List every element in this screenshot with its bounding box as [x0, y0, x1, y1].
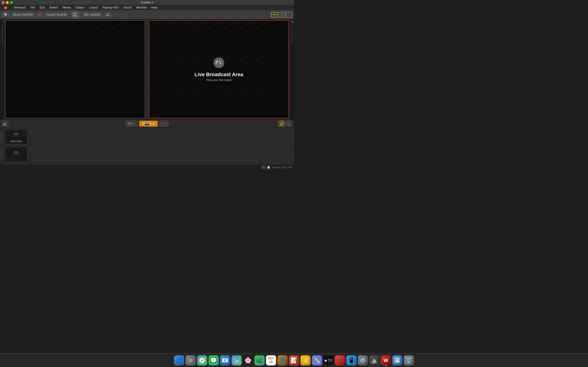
record-indicator[interactable]	[286, 12, 292, 17]
watermark-preview: macmj.com macmj.com macmj.com macmj.com …	[6, 21, 145, 118]
svg-rect-5	[14, 151, 18, 152]
preview-panels: macmj.com macmj.com macmj.com macmj.com …	[4, 19, 290, 119]
display-icon: 🖥️	[106, 13, 109, 16]
smooth-dropdown-arrow: ▼	[153, 123, 155, 125]
menu-window[interactable]: Window	[134, 5, 149, 10]
preview-area: +6 0 -6 -12 -18 -24 -30 -36 -42 -48 -54 …	[0, 19, 294, 119]
iso-label: ISO:	[84, 13, 89, 16]
close-button[interactable]	[2, 1, 5, 4]
volume-meter-left: +6 0 -6 -12 -18 -24 -30 -36 -42 -48 -54 …	[0, 19, 4, 119]
shot-layers: Clear Layer	[0, 128, 294, 165]
live-broadcast-subtitle: View your live output	[195, 78, 243, 82]
clear-layer-icon	[13, 131, 19, 139]
camera-icon: 📷	[145, 122, 149, 126]
live-speaker-icon: 🔊	[280, 122, 284, 125]
stream-timer: Stream: 00:00:00	[11, 12, 35, 17]
toolbar: 📡 Stream: 00:00:00 Record: 00:00:00 ISOR…	[0, 10, 294, 19]
speaker-icon: 🔈	[3, 122, 7, 125]
stream-time: 00:00:00	[23, 13, 33, 16]
layer-row-2	[0, 145, 294, 163]
status-icons: ☰ 📋	[261, 165, 271, 169]
menu-file[interactable]: File	[28, 5, 37, 10]
stream-indicator[interactable]	[278, 12, 285, 17]
go-button[interactable]: →	[159, 121, 169, 127]
menu-switch[interactable]: Switch	[48, 5, 60, 10]
preview-audio-button[interactable]: 🔈	[2, 121, 8, 127]
collapse-btn-right[interactable]: ≫	[291, 20, 294, 23]
svg-rect-3	[14, 134, 18, 135]
layer-handle-2[interactable]	[1, 151, 4, 157]
ind-dot-3	[281, 14, 282, 15]
status-icon-1: ☰	[261, 165, 266, 169]
display-button[interactable]: 🖥️	[104, 12, 111, 17]
layer-row-1: Clear Layer	[0, 128, 294, 145]
go-dot	[165, 123, 167, 125]
headphone-icon: 🎧	[287, 122, 291, 125]
menu-social[interactable]: Social	[121, 5, 133, 10]
svg-rect-2	[14, 133, 18, 134]
preview-indicator[interactable]	[271, 12, 277, 17]
live-audio-buttons: 🔊 🎧	[278, 121, 292, 127]
window-title: Untitled 1	[141, 1, 153, 4]
ind-dot-2	[275, 14, 276, 15]
screenshot-button[interactable]: 📷	[145, 122, 149, 126]
live-broadcast-title: Live Broadcast Area	[195, 72, 243, 77]
go-arrow-icon: →	[161, 122, 164, 125]
ind-dot-4	[288, 14, 290, 15]
apple-menu[interactable]: 🍎	[2, 5, 9, 10]
wifi-icon: 📡	[4, 13, 7, 16]
stream-label: Stream:	[13, 13, 22, 16]
menu-layout[interactable]: Layout	[87, 5, 100, 10]
wirecast-window: 📡 Stream: 00:00:00 Record: 00:00:00 ISOR…	[0, 10, 294, 170]
iso-time: 00:00:00	[90, 13, 100, 16]
cut-dropdown-arrow: ▼	[133, 123, 135, 125]
menu-help[interactable]: Help	[149, 5, 159, 10]
iso-label: ISOREC	[73, 12, 78, 17]
status-icon-2: 📋	[267, 165, 271, 169]
traffic-lights	[2, 1, 13, 4]
layer-handle-1[interactable]	[1, 134, 4, 140]
clear-layer-label: Clear Layer	[10, 140, 22, 142]
cut-label: Cut	[128, 122, 132, 125]
live-screen-inner: macmj.com macmj.com macmj.com macmj.com …	[149, 21, 288, 118]
record-button[interactable]	[36, 13, 43, 17]
cut-dropdown[interactable]: Cut ▼	[125, 121, 138, 127]
menu-edit[interactable]: Edit	[38, 5, 47, 10]
layer-2-thumb[interactable]	[5, 147, 27, 161]
minimize-button[interactable]	[6, 1, 9, 4]
toolbar-right	[271, 12, 292, 17]
record-timer: Record: 00:00:00	[45, 12, 69, 17]
cpu-label: System CPU:	[272, 166, 288, 169]
record-label: Record:	[47, 13, 56, 16]
title-bar: Untitled 1	[0, 0, 294, 5]
controls-row: 🔈 📷 Cut ▼ Smooth ▼ → 🔊	[0, 119, 294, 128]
status-bar: ☰ 📋 System CPU: 4%	[0, 165, 294, 170]
panel-divider[interactable]: ⋮⋮⋮	[146, 19, 148, 119]
record-icon	[39, 14, 41, 16]
menu-media[interactable]: Media	[61, 5, 73, 10]
layer-2-icon	[13, 150, 19, 157]
svg-rect-7	[14, 154, 18, 154]
menu-replay[interactable]: Replay+ISO	[101, 5, 121, 10]
preview-screen-inner: macmj.com macmj.com macmj.com macmj.com …	[6, 21, 145, 118]
cpu-value: 4%	[288, 166, 292, 169]
live-audio-button[interactable]: 🔊	[278, 121, 285, 127]
maximize-button[interactable]	[10, 1, 13, 4]
ind-dot-1	[273, 14, 274, 15]
preview-panel: macmj.com macmj.com macmj.com macmj.com …	[4, 19, 146, 119]
live-screen: macmj.com macmj.com macmj.com macmj.com …	[149, 20, 289, 118]
svg-rect-6	[14, 152, 18, 153]
svg-point-1	[218, 61, 220, 63]
menu-output[interactable]: Output	[74, 5, 86, 10]
iso-timer: ISO: 00:00:00	[82, 12, 102, 17]
menu-wirecast[interactable]: Wirecast	[12, 5, 27, 10]
stream-toggle-button[interactable]: 📡	[2, 12, 9, 17]
menu-bar: 🍎 Wirecast File Edit Switch Media Output…	[0, 5, 294, 10]
live-headphone-button[interactable]: 🎧	[286, 121, 292, 127]
preview-screen: macmj.com macmj.com macmj.com macmj.com …	[5, 20, 145, 118]
volume-meter-right: +6 0 -6 -12 -18 -24 -30 -36 -42 -48 -54 …	[290, 19, 294, 119]
clear-layer-thumb[interactable]: Clear Layer	[5, 129, 27, 144]
iso-button[interactable]: ISOREC	[70, 11, 80, 18]
live-content: Live Broadcast Area View your live outpu…	[195, 57, 243, 82]
record-time: 00:00:00	[57, 13, 67, 16]
